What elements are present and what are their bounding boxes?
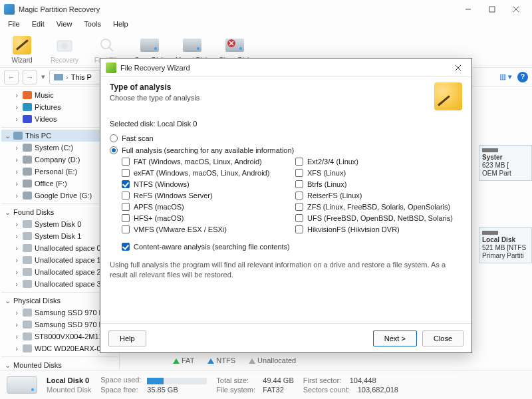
selected-disk-label: Selected disk: Local Disk 0	[110, 120, 462, 128]
pc-icon	[54, 74, 63, 80]
breadcrumb[interactable]: ›This P	[49, 70, 102, 84]
fs-checkbox[interactable]: ZFS (Linux, FreeBSD, Solaris, OpenSolari…	[295, 203, 462, 211]
disk-card-local[interactable]: Local Disk 521 MB [NTFS Primary Partiti	[479, 227, 532, 263]
svg-point-6	[101, 39, 110, 49]
fs-checkbox[interactable]: VMFS (VMware ESX / ESXi)	[122, 225, 289, 233]
wizard-icon	[106, 63, 116, 73]
fs-checkbox[interactable]: XFS (Linux)	[295, 169, 462, 177]
nav-back-button[interactable]: ←	[4, 70, 19, 84]
hdd-icon	[7, 376, 37, 394]
fs-checkbox[interactable]: HFS+ (macOS)	[122, 214, 289, 222]
content-aware-checkbox[interactable]: Content-aware analysis (searching file c…	[122, 243, 462, 251]
next-button[interactable]: Next >	[373, 331, 417, 346]
file-recovery-wizard-dialog: File Recovery Wizard Type of analysis Ch…	[100, 58, 472, 353]
fast-scan-radio[interactable]: Fast scan	[110, 134, 462, 142]
minimize-button[interactable]	[456, 1, 480, 17]
dialog-title-bar: File Recovery Wizard	[100, 59, 471, 77]
close-button[interactable]	[504, 1, 528, 17]
fs-checkbox[interactable]: NTFS (Windows)	[122, 180, 289, 188]
fs-checkbox[interactable]: ReiserFS (Linux)	[295, 192, 462, 200]
dialog-close-button[interactable]	[450, 61, 466, 74]
wizard-button[interactable]: Wizard	[4, 35, 40, 64]
status-disk-name: Local Disk 0	[47, 376, 91, 384]
legend: FAT NTFS Unallocated	[173, 356, 296, 364]
maximize-button[interactable]	[480, 1, 504, 17]
help-icon[interactable]: ?	[517, 72, 528, 82]
menu-edit[interactable]: Edit	[27, 19, 50, 32]
dialog-heading: Type of analysis	[110, 82, 434, 92]
app-icon	[4, 4, 15, 15]
svg-rect-1	[489, 7, 495, 12]
menu-view[interactable]: View	[51, 19, 78, 32]
status-disk-sub: Mounted Disk	[47, 386, 91, 394]
nav-forward-button[interactable]: →	[23, 70, 37, 84]
svg-line-7	[109, 47, 113, 51]
analysis-description: Using full analysis the program will fin…	[110, 260, 462, 280]
view-menu-icon[interactable]: ▥ ▾	[499, 72, 512, 81]
fs-checkbox[interactable]: Ext2/3/4 (Linux)	[295, 158, 462, 166]
close-button[interactable]: Close	[422, 331, 464, 346]
fs-checkbox[interactable]: APFS (macOS)	[122, 203, 289, 211]
space-used-bar	[147, 378, 207, 384]
recovery-button[interactable]: Recovery	[47, 35, 82, 64]
fs-checkbox[interactable]: UFS (FreeBSD, OpenBSD, NetBSD, Solaris)	[295, 214, 462, 222]
menu-help[interactable]: Help	[108, 19, 134, 32]
fs-checkbox[interactable]: HikvisionFS (Hikvision DVR)	[295, 225, 462, 233]
wand-icon	[434, 82, 462, 110]
app-title: Magic Partition Recovery	[19, 5, 456, 13]
dialog-subheading: Choose the type of analysis	[110, 94, 434, 102]
chevron-down-icon[interactable]: ▾	[41, 72, 45, 81]
svg-point-5	[61, 43, 68, 49]
menu-tools[interactable]: Tools	[78, 19, 106, 32]
fs-checkbox[interactable]: Btrfs (Linux)	[295, 180, 462, 188]
fs-checkbox[interactable]: FAT (Windows, macOS, Linux, Android)	[122, 158, 289, 166]
status-bar: Local Disk 0 Mounted Disk Space used: Sp…	[0, 370, 532, 399]
title-bar: Magic Partition Recovery	[0, 0, 532, 19]
menu-file[interactable]: File	[3, 19, 25, 32]
fs-checkbox[interactable]: exFAT (Windows, macOS, Linux, Android)	[122, 169, 289, 177]
full-analysis-radio[interactable]: Full analysis (searching for any availab…	[110, 146, 462, 154]
disk-card-system[interactable]: Syster 623 MB [ OEM Part	[479, 145, 532, 181]
tree-item[interactable]: ⌄Mounted Disks	[1, 359, 118, 370]
fs-checkbox[interactable]: ReFS (Windows Server)	[122, 192, 289, 200]
help-button[interactable]: Help	[108, 331, 146, 346]
menu-bar: File Edit View Tools Help	[0, 19, 532, 32]
